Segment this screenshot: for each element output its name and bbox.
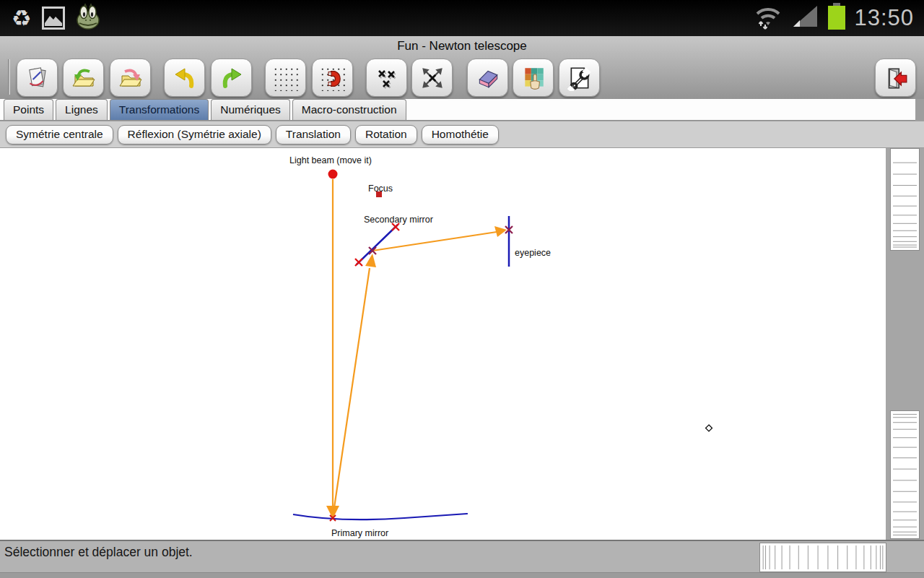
reflected-ray-2 (372, 232, 497, 251)
open-folder-green-icon (71, 66, 97, 90)
clock: 13:50 (854, 5, 914, 31)
undo-icon (173, 66, 197, 90)
window-header: Fun - Newton telescope (0, 36, 924, 99)
reflected-ray-1 (333, 268, 370, 517)
screen: ♻ (0, 0, 924, 578)
signal-icon (790, 4, 819, 32)
gallery-icon (42, 7, 65, 30)
exit-button[interactable] (875, 59, 916, 97)
toolbar-handle (8, 59, 10, 95)
undo-button[interactable] (164, 59, 205, 97)
secondary-mirror-segment (357, 225, 398, 264)
snap-grid-button[interactable] (312, 59, 353, 97)
color-palette-icon (520, 65, 546, 91)
ray-arrowhead-right (494, 226, 507, 237)
transformation-toolbar: Symétrie centrale Réflexion (Symétrie ax… (0, 121, 924, 148)
color-palette-button[interactable] (513, 59, 554, 97)
light-beam-point[interactable] (328, 170, 338, 179)
tab-macro-construction[interactable]: Macro-construction (292, 99, 406, 120)
tab-points[interactable]: Points (4, 99, 53, 120)
notification-icons: ♻ (0, 3, 101, 33)
focus-label: Focus (368, 184, 393, 194)
new-file-icon (25, 65, 51, 91)
recycle-icon: ♻ (12, 7, 32, 30)
system-status-icons: 13:50 (751, 0, 914, 36)
zoom-ruler-horizontal[interactable] (759, 543, 886, 572)
tab-transformations[interactable]: Transformations (110, 99, 209, 120)
geometry-canvas[interactable]: Light beam (move it) Focus Secondary mir… (0, 148, 886, 540)
status-message: Sélectionner et déplacer un objet. (4, 545, 193, 560)
redo-icon (219, 66, 244, 90)
rotation-button[interactable]: Rotation (355, 125, 417, 144)
app-mascot-icon (75, 3, 101, 33)
bottom-edge (0, 572, 924, 578)
save-file-button[interactable] (110, 59, 151, 97)
primary-mirror-label: Primary mirror (331, 528, 388, 538)
translation-button[interactable]: Translation (276, 125, 351, 144)
new-file-button[interactable] (17, 59, 58, 97)
magnet-grid-icon (318, 65, 347, 91)
tab-lignes[interactable]: Lignes (56, 99, 108, 120)
move-all-icon (419, 65, 445, 91)
symetrie-centrale-button[interactable]: Symétrie centrale (6, 125, 113, 144)
right-panel (886, 148, 924, 540)
wifi-icon (751, 3, 783, 33)
light-beam-label: Light beam (move it) (289, 155, 372, 165)
reflexion-button[interactable]: Réflexion (Symétrie axiale) (118, 125, 271, 144)
secondary-mirror-label: Secondary mirror (364, 215, 433, 225)
status-bar: Sélectionner et déplacer un objet. (0, 540, 924, 572)
zoom-ruler-bottom[interactable] (890, 410, 920, 539)
redo-button[interactable] (211, 59, 252, 97)
settings-button[interactable] (559, 59, 600, 97)
grid-button[interactable] (265, 59, 306, 97)
eyepiece-label: eyepiece (515, 248, 551, 258)
hide-points-button[interactable] (366, 59, 407, 97)
primary-mirror-arc (293, 514, 467, 519)
zoom-ruler-top[interactable] (890, 148, 920, 251)
grid-icon (271, 65, 300, 91)
homothetie-button[interactable]: Homothétie (422, 125, 499, 144)
tab-numeriques[interactable]: Numériques (211, 99, 290, 120)
exit-door-icon (883, 65, 909, 91)
window-title: Fun - Newton telescope (0, 39, 924, 53)
battery-icon (827, 2, 847, 34)
move-all-button[interactable] (411, 59, 453, 97)
eraser-button[interactable] (467, 59, 508, 97)
open-file-button[interactable] (63, 59, 104, 97)
tab-bar: Points Lignes Transformations Numériques… (0, 99, 915, 121)
wrench-icon (567, 65, 593, 91)
open-folder-red-icon (118, 66, 144, 90)
free-point[interactable] (706, 425, 712, 431)
android-status-bar: ♻ (0, 0, 924, 36)
hide-points-icon (375, 66, 399, 90)
eraser-icon (475, 65, 501, 91)
